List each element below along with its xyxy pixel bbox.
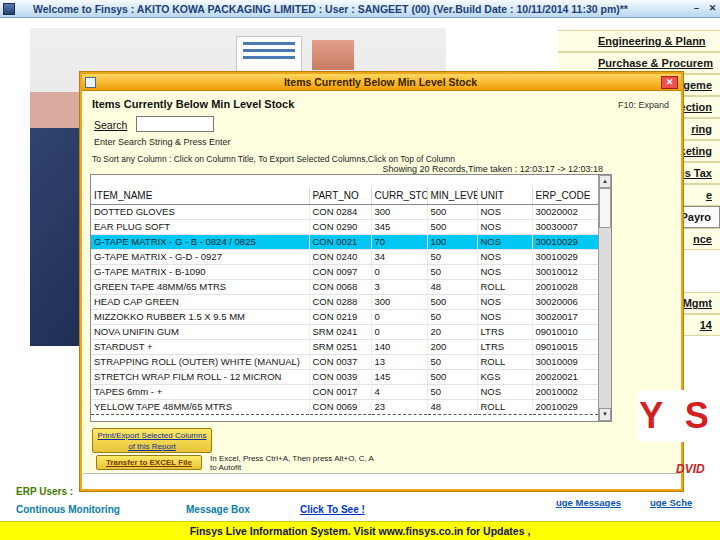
expand-hint: F10: Expand	[618, 100, 669, 110]
table-cell: NOS	[477, 204, 532, 219]
table-cell: EAR PLUG SOFT	[91, 219, 309, 234]
table-row[interactable]: GREEN TAPE 48MM/65 MTRSCON 0068348ROLL20…	[91, 279, 598, 294]
table-cell: CON 0219	[309, 309, 371, 324]
table-cell: NOS	[477, 219, 532, 234]
menu-item-engineering-planning[interactable]: Engineering & Plann	[558, 30, 720, 52]
table-cell: SRM 0251	[309, 339, 371, 354]
dialog-footer-strip	[83, 473, 680, 489]
table-cell: DOTTED GLOVES	[91, 204, 309, 219]
table-cell: ROLL	[477, 354, 532, 369]
table-row[interactable]: EAR PLUG SOFTCON 0290345500NOS30030007	[91, 219, 598, 234]
window-close-button[interactable]: ✕	[706, 2, 719, 15]
table-row[interactable]: G-TAPE MATRIX - G-D - 0927CON 02403450NO…	[91, 249, 598, 264]
table-cell: STARDUST +	[91, 339, 309, 354]
table-cell: NOS	[477, 234, 532, 249]
table-cell: 50	[427, 309, 477, 324]
scroll-down-icon[interactable]: ▼	[599, 408, 611, 421]
minimize-button[interactable]: –	[690, 2, 703, 15]
table-cell: CON 0017	[309, 384, 371, 399]
product-graphic	[312, 40, 354, 70]
column-header-unit[interactable]: UNIT	[477, 187, 532, 204]
table-row[interactable]: G-TAPE MATRIX - B-1090CON 0097050NOS3001…	[91, 264, 598, 279]
table-cell: 0	[371, 264, 427, 279]
table-header-row: ITEM_NAMEPART_NOCURR_STOCMIN_LEVELUNITER…	[91, 187, 598, 204]
click-to-see-link[interactable]: Click To See !	[300, 504, 365, 515]
table-cell: 145	[371, 369, 427, 384]
table-cell: SRM 0241	[309, 324, 371, 339]
table-top-gap	[91, 175, 611, 187]
table-cell: G-TAPE MATRIX - G-D - 0927	[91, 249, 309, 264]
table-row[interactable]: HEAD CAP GREENCON 0288300500NOS30020006	[91, 294, 598, 309]
table-cell: KGS	[477, 369, 532, 384]
table-cell: LTRS	[477, 339, 532, 354]
print-export-button[interactable]: Print/Export Selected Columns of this Re…	[92, 428, 212, 453]
table-cell: 30020006	[532, 294, 598, 309]
table-cell: YELLOW TAPE 48MM/65 MTRS	[91, 399, 309, 414]
table-cell: NOS	[477, 249, 532, 264]
app-icon	[3, 3, 15, 15]
table-cell: 345	[371, 219, 427, 234]
sort-instructions: To Sort any Column : Click on Column Tit…	[92, 154, 455, 164]
table-row[interactable]: DOTTED GLOVESCON 0284300500NOS30020002	[91, 204, 598, 219]
records-info: Showing 20 Records,Time taken : 12:03:17…	[382, 164, 603, 174]
transfer-excel-button[interactable]: Transfer to EXCEL File	[96, 455, 202, 470]
table-cell: 30010012	[532, 264, 598, 279]
table-cell: GREEN TAPE 48MM/65 MTRS	[91, 279, 309, 294]
column-header-item_name[interactable]: ITEM_NAME	[91, 187, 309, 204]
table-cell: 09010010	[532, 324, 598, 339]
table-row[interactable]: STRAPPING ROLL (OUTER) WHITE (MANUAL)CON…	[91, 354, 598, 369]
column-header-curr_stoc[interactable]: CURR_STOC	[371, 187, 427, 204]
search-hint: Enter Search String & Press Enter	[94, 137, 231, 147]
scroll-up-icon[interactable]: ▲	[599, 175, 611, 188]
table-row[interactable]: NOVA UNIFIN GUMSRM 0241020LTRS09010010	[91, 324, 598, 339]
schedule-link-fragment[interactable]: uge Sche	[650, 497, 692, 508]
table-cell: 50	[427, 249, 477, 264]
table-cell: NOS	[477, 264, 532, 279]
table-cell: 50	[427, 384, 477, 399]
table-cell: 30030007	[532, 219, 598, 234]
continous-monitoring-link[interactable]: Continous Monitoring	[16, 504, 120, 515]
column-header-min_level[interactable]: MIN_LEVEL	[427, 187, 477, 204]
column-header-erp_code[interactable]: ERP_CODE	[532, 187, 598, 204]
table-cell: G-TAPE MATRIX - G - B - 0824 / 0825	[91, 234, 309, 249]
table-cell: MIZZOKKO RUBBER 1.5 X 9.5 MM	[91, 309, 309, 324]
table-row[interactable]: YELLOW TAPE 48MM/65 MTRSCON 00692348ROLL…	[91, 399, 598, 414]
product-label-graphic	[236, 36, 302, 74]
dialog-titlebar[interactable]: Items Currently Below Min Level Stock ✕	[82, 74, 681, 91]
table-cell: 20010002	[532, 384, 598, 399]
table-row[interactable]: TAPES 6mm - +CON 0017450NOS20010002	[91, 384, 598, 399]
table-cell: NOS	[477, 294, 532, 309]
table-cell: 48	[427, 279, 477, 294]
table-cell: 500	[427, 219, 477, 234]
below-min-level-stock-dialog: Items Currently Below Min Level Stock ✕ …	[80, 72, 683, 491]
table-cell: 3	[371, 279, 427, 294]
table-cell: NOVA UNIFIN GUM	[91, 324, 309, 339]
table-cell: 50	[427, 354, 477, 369]
table-cell: 300	[371, 204, 427, 219]
dialog-close-button[interactable]: ✕	[661, 76, 678, 89]
search-input[interactable]	[136, 116, 214, 132]
message-box-link[interactable]: Message Box	[186, 504, 250, 515]
table-cell: CON 0068	[309, 279, 371, 294]
table-row[interactable]: STRETCH WRAP FILM ROLL - 12 MICRONCON 00…	[91, 369, 598, 384]
table-cell: 23	[371, 399, 427, 414]
scrollbar-thumb[interactable]	[599, 188, 611, 228]
table-cell: 34	[371, 249, 427, 264]
table-cell: 30020017	[532, 309, 598, 324]
column-header-part_no[interactable]: PART_NO	[309, 187, 371, 204]
erp-users-label: ERP Users :	[16, 486, 73, 497]
table-cell: 20020021	[532, 369, 598, 384]
status-bar: Finsys Live Information System. Visit ww…	[0, 521, 720, 540]
window-title: Welcome to Finsys : AKITO KOWA PACKAGING…	[33, 3, 628, 15]
menu-item-purchase-procurement[interactable]: Purchase & Procurem	[558, 52, 720, 74]
table-scrollbar[interactable]: ▲ ▼	[598, 175, 611, 421]
table-row[interactable]: G-TAPE MATRIX - G - B - 0824 / 0825CON 0…	[91, 234, 598, 249]
table-row[interactable]: MIZZOKKO RUBBER 1.5 X 9.5 MMCON 0219050N…	[91, 309, 598, 324]
table-cell: 20010028	[532, 279, 598, 294]
table-row[interactable]: STARDUST +SRM 0251140200LTRS09010015	[91, 339, 598, 354]
table-cell: CON 0290	[309, 219, 371, 234]
messages-link-fragment[interactable]: uge Messages	[556, 497, 621, 508]
search-label: Search	[94, 119, 127, 131]
report-header: Items Currently Below Min Level Stock	[92, 98, 294, 110]
table-cell: 30020002	[532, 204, 598, 219]
